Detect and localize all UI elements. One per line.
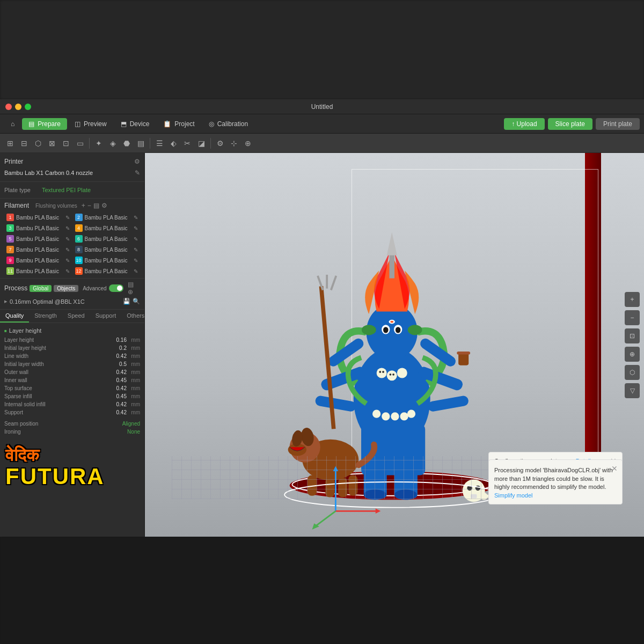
filament-settings-icon[interactable]: ▤ [93,202,99,209]
tab-strength[interactable]: Strength [29,310,62,323]
ironing-value[interactable]: None [97,429,140,435]
filament-item-11[interactable]: 11 Bambu PLA Basic ✎ [4,266,72,276]
zoom-tool[interactable]: ⊕ [242,137,254,149]
remove-filament-icon[interactable]: − [87,202,91,209]
cut-tool[interactable]: ⊡ [60,137,72,149]
move-tool[interactable]: ⊟ [18,137,30,149]
device-menu-btn[interactable]: ⬒ Device [114,118,156,130]
printer-name[interactable]: Bambu Lab X1 Carbon 0.4 nozzle [4,170,133,176]
svg-point-29 [377,368,387,378]
notif-model-close[interactable]: ✕ [611,464,618,473]
param-value-3[interactable]: 0.45 [100,377,127,383]
plate-type-value[interactable]: Textured PEI Plate [42,187,140,193]
filament-edit-9[interactable]: ✎ [65,258,70,264]
filament-item-9[interactable]: 9 Bambu PLA Basic ✎ [4,255,72,265]
orient-tool[interactable]: ◈ [107,137,119,149]
filament-item-10[interactable]: 10 Bambu PLA Basic ✎ [73,255,141,265]
maximize-button[interactable] [25,104,31,110]
filament-edit-12[interactable]: ✎ [134,268,138,274]
param-value-0[interactable]: 0.42 [100,353,127,359]
measure-tool[interactable]: ⬖ [167,137,179,149]
zoom-in-btn[interactable]: + [625,292,640,307]
svg-line-28 [331,276,336,290]
print-button[interactable]: Print plate [596,118,640,130]
layer-height-value[interactable]: 0.16 [100,337,127,343]
process-search-icon[interactable]: 🔍 [133,298,140,305]
filament-options-icon[interactable]: ⚙ [101,202,107,209]
project-menu-btn[interactable]: 📋 Project [157,118,201,130]
filament-item-4[interactable]: 4 Bambu PLA Basic ✎ [73,223,141,233]
top-view-btn[interactable]: ▽ [625,383,640,398]
auto-tool[interactable]: ⬣ [121,137,133,149]
filament-edit-5[interactable]: ✎ [65,236,70,242]
layer-tool[interactable]: ☰ [153,137,165,149]
filament-edit-10[interactable]: ✎ [134,258,138,264]
rotate-tool[interactable]: ⬡ [32,137,44,149]
initial-layer-row: Initial layer height 0.2 mm [4,344,140,352]
filament-edit-1[interactable]: ✎ [65,215,70,221]
home-button[interactable]: ⌂ [4,118,21,130]
filament-edit-8[interactable]: ✎ [134,247,138,253]
scale-tool[interactable]: ⊠ [46,137,58,149]
objects-badge[interactable]: Objects [54,285,78,292]
camera-tool[interactable]: ⊹ [228,137,240,149]
param-value-1[interactable]: 0.5 [100,361,127,367]
minimize-button[interactable] [15,104,21,110]
tab-others[interactable]: Others [121,310,145,323]
filament-edit-11[interactable]: ✎ [65,268,70,274]
global-badge[interactable]: Global [30,285,52,292]
filament-item-12[interactable]: 12 Bambu PLA Basic ✎ [73,266,141,276]
printer-settings-icon[interactable]: ⚙ [134,158,140,165]
upload-button[interactable]: ↑ Upload [504,118,544,130]
filament-edit-4[interactable]: ✎ [134,225,138,231]
preview-menu-btn[interactable]: ◫ Preview [68,118,113,130]
filament-edit-3[interactable]: ✎ [65,225,70,231]
param-label-4: Top surface [4,385,100,391]
arrange-tool[interactable]: ✦ [93,137,105,149]
close-button[interactable] [5,104,12,110]
process-profile-value[interactable]: 0.16mm Optimal @BBL X1C [10,298,85,305]
modifier-tool[interactable]: ◪ [195,137,207,149]
perspective-btn[interactable]: ⬡ [625,365,640,380]
paint-tool[interactable]: ▭ [74,137,86,149]
slice-button[interactable]: Slice plate [548,118,592,130]
camera-btn[interactable]: ⊕ [625,347,640,362]
filament-item-6[interactable]: 6 Bambu PLA Basic ✎ [73,234,141,244]
fit-view-btn[interactable]: ⊡ [625,328,640,343]
toolbar-separator-2 [150,138,150,149]
add-filament-icon[interactable]: + [82,202,85,209]
param-value-4[interactable]: 0.42 [100,385,127,391]
filament-item-8[interactable]: 8 Bambu PLA Basic ✎ [73,245,141,254]
advanced-toggle[interactable] [109,284,123,292]
cut-tool2[interactable]: ✂ [181,137,193,149]
filament-item-7[interactable]: 7 Bambu PLA Basic ✎ [4,245,72,254]
param-value-6[interactable]: 0.42 [100,401,127,407]
zoom-out-btn[interactable]: − [625,310,640,325]
param-value-7[interactable]: 0.42 [100,409,127,415]
tab-support[interactable]: Support [90,310,122,323]
printer-edit-icon[interactable]: ✎ [135,169,140,177]
filament-edit-7[interactable]: ✎ [65,247,70,253]
settings-tool[interactable]: ⚙ [214,137,226,149]
seam-value[interactable]: Aligned [97,421,140,427]
param-value-2[interactable]: 0.42 [100,369,127,375]
filament-edit-2[interactable]: ✎ [134,215,138,221]
select-tool[interactable]: ⊞ [4,137,16,149]
tab-speed[interactable]: Speed [62,310,90,323]
filament-edit-6[interactable]: ✎ [134,236,138,242]
filament-item-2[interactable]: 2 Bambu PLA Basic ✎ [73,213,141,222]
filament-item-5[interactable]: 5 Bambu PLA Basic ✎ [4,234,72,244]
filament-item-1[interactable]: 1 Bambu PLA Basic ✎ [4,213,72,222]
prepare-menu-btn[interactable]: ▤ Prepare [22,118,67,130]
simplify-model-link[interactable]: Simplify model [494,492,533,499]
process-save-icon[interactable]: 💾 [123,298,130,305]
tab-quality[interactable]: Quality [0,310,29,323]
process-icons[interactable]: ▤ ⊕ [128,281,140,296]
support-tool[interactable]: ▤ [135,137,147,149]
filament-item-3[interactable]: 3 Bambu PLA Basic ✎ [4,223,72,233]
initial-layer-value[interactable]: 0.2 [100,345,127,351]
param-value-5[interactable]: 0.45 [100,393,127,399]
viewport[interactable]: + − ⊡ ⊕ ⬡ ▽ Configuration can update now… [145,153,644,537]
flushing-volumes-label[interactable]: Flushing volumes [35,203,77,209]
calibration-menu-btn[interactable]: ◎ Calibration [202,118,254,130]
